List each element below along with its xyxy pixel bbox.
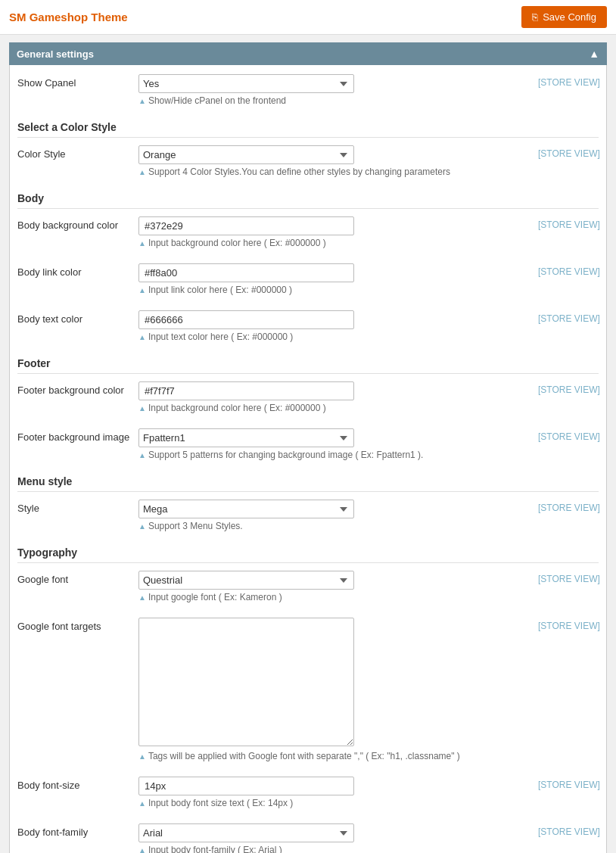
menu-style-control: Mega Default Vertical ▲ Support 3 Menu S… xyxy=(138,500,530,531)
body-font-size-input[interactable] xyxy=(138,777,354,795)
hint-arrow-icon: ▲ xyxy=(138,333,146,341)
google-font-targets-hint: ▲ Tags will be applied with Google font … xyxy=(138,751,530,761)
menu-style-label: Style xyxy=(17,500,138,514)
show-cpanel-hint: ▲ Show/Hide cPanel on the frontend xyxy=(138,95,530,106)
footer-bg-image-row: Footer background image Fpattern1 Fpatte… xyxy=(17,428,599,465)
footer-bg-image-control: Fpattern1 Fpattern2 Fpattern3 Fpattern4 … xyxy=(138,428,530,460)
body-bg-color-row: Body background color ▲ Input background… xyxy=(17,216,599,253)
hint-arrow-icon: ▲ xyxy=(138,522,146,531)
body-font-family-hint-text: Input body font-family ( Ex: Arial ) xyxy=(148,845,282,853)
collapse-icon[interactable]: ▲ xyxy=(589,48,599,60)
show-cpanel-store-view: [STORE VIEW] xyxy=(530,74,599,88)
body-text-color-input[interactable] xyxy=(138,310,354,329)
google-font-targets-label: Google font targets xyxy=(17,618,138,632)
hint-arrow-icon: ▲ xyxy=(138,846,146,853)
body-bg-color-hint: ▲ Input background color here ( Ex: #000… xyxy=(138,238,530,248)
google-font-hint: ▲ Input google font ( Ex: Kameron ) xyxy=(138,592,530,602)
body-font-family-label: Body font-family xyxy=(17,823,138,838)
google-font-control: Questrial Roboto Open Sans Lato ▲ Input … xyxy=(138,571,530,602)
body-link-color-store-view: [STORE VIEW] xyxy=(530,263,599,277)
google-font-targets-row: Google font targets ▲ Tags will be appli… xyxy=(17,618,599,766)
body-font-size-row: Body font-size ▲ Input body font size te… xyxy=(17,777,599,813)
body-font-family-hint: ▲ Input body font-family ( Ex: Arial ) xyxy=(138,845,530,853)
footer-bg-image-select[interactable]: Fpattern1 Fpattern2 Fpattern3 Fpattern4 … xyxy=(138,428,354,447)
footer-bg-color-hint-text: Input background color here ( Ex: #00000… xyxy=(148,403,326,413)
body-font-size-control: ▲ Input body font size text ( Ex: 14px ) xyxy=(138,777,530,808)
body-text-color-row: Body text color ▲ Input text color here … xyxy=(17,310,599,347)
app-title: SM Gameshop Theme xyxy=(9,11,128,23)
body-bg-color-label: Body background color xyxy=(17,216,138,231)
google-font-hint-text: Input google font ( Ex: Kameron ) xyxy=(148,592,282,602)
body-link-color-row: Body link color ▲ Input link color here … xyxy=(17,263,599,300)
color-style-label: Color Style xyxy=(17,145,138,160)
show-cpanel-hint-text: Show/Hide cPanel on the frontend xyxy=(148,95,286,106)
body-font-family-control: Arial Verdana Tahoma Georgia Times New R… xyxy=(138,823,530,853)
body-text-color-control: ▲ Input text color here ( Ex: #000000 ) xyxy=(138,310,530,342)
menu-style-row: Style Mega Default Vertical ▲ Support 3 … xyxy=(17,500,599,536)
body-bg-color-hint-text: Input background color here ( Ex: #00000… xyxy=(148,238,326,248)
menu-style-hint: ▲ Support 3 Menu Styles. xyxy=(138,521,530,531)
body-link-color-label: Body link color xyxy=(17,263,138,278)
body-section-title: Body xyxy=(17,192,599,209)
general-settings-section: General settings ▲ Show Cpanel Yes No ▲ … xyxy=(9,42,607,853)
main-content: General settings ▲ Show Cpanel Yes No ▲ … xyxy=(0,35,616,853)
top-header: SM Gameshop Theme ⎘ Save Config xyxy=(0,0,616,35)
color-style-row: Color Style Orange Blue Green Red ▲ Supp… xyxy=(17,145,599,182)
color-style-hint: ▲ Support 4 Color Styles.You can define … xyxy=(138,167,530,177)
menu-style-hint-text: Support 3 Menu Styles. xyxy=(148,521,243,531)
save-config-label: Save Config xyxy=(543,11,596,23)
google-font-targets-textarea[interactable] xyxy=(138,618,354,746)
show-cpanel-label: Show Cpanel xyxy=(17,74,138,89)
body-bg-color-input[interactable] xyxy=(138,216,354,235)
footer-bg-color-store-view: [STORE VIEW] xyxy=(530,381,599,395)
color-style-select[interactable]: Orange Blue Green Red xyxy=(138,145,354,164)
body-link-color-control: ▲ Input link color here ( Ex: #000000 ) xyxy=(138,263,530,295)
menu-style-select[interactable]: Mega Default Vertical xyxy=(138,500,354,518)
show-cpanel-control: Yes No ▲ Show/Hide cPanel on the fronten… xyxy=(138,74,530,106)
google-font-targets-hint-text: Tags will be applied with Google font wi… xyxy=(148,751,460,761)
section-body: Show Cpanel Yes No ▲ Show/Hide cPanel on… xyxy=(9,65,607,853)
color-style-control: Orange Blue Green Red ▲ Support 4 Color … xyxy=(138,145,530,177)
hint-arrow-icon: ▲ xyxy=(138,752,146,761)
typography-section-title: Typography xyxy=(17,546,599,563)
google-font-label: Google font xyxy=(17,571,138,585)
google-font-store-view: [STORE VIEW] xyxy=(530,571,599,584)
show-cpanel-select[interactable]: Yes No xyxy=(138,74,354,93)
footer-section-title: Footer xyxy=(17,357,599,374)
body-link-color-input[interactable] xyxy=(138,263,354,282)
footer-bg-image-store-view: [STORE VIEW] xyxy=(530,428,599,442)
color-style-store-view: [STORE VIEW] xyxy=(530,145,599,159)
hint-arrow-icon: ▲ xyxy=(138,239,146,247)
body-font-size-hint-text: Input body font size text ( Ex: 14px ) xyxy=(148,798,293,808)
body-font-family-store-view: [STORE VIEW] xyxy=(530,823,599,837)
color-style-section-title: Select a Color Style xyxy=(17,121,599,138)
hint-arrow-icon: ▲ xyxy=(138,97,146,105)
google-font-targets-control: ▲ Tags will be applied with Google font … xyxy=(138,618,530,761)
body-text-color-store-view: [STORE VIEW] xyxy=(530,310,599,324)
hint-arrow-icon: ▲ xyxy=(138,404,146,412)
body-link-color-hint: ▲ Input link color here ( Ex: #000000 ) xyxy=(138,285,530,295)
footer-bg-color-row: Footer background color ▲ Input backgrou… xyxy=(17,381,599,418)
footer-bg-color-input[interactable] xyxy=(138,381,354,400)
body-bg-color-store-view: [STORE VIEW] xyxy=(530,216,599,230)
google-font-select[interactable]: Questrial Roboto Open Sans Lato xyxy=(138,571,354,590)
hint-arrow-icon: ▲ xyxy=(138,286,146,294)
body-font-size-label: Body font-size xyxy=(17,777,138,791)
body-font-family-select[interactable]: Arial Verdana Tahoma Georgia Times New R… xyxy=(138,823,354,842)
save-config-button[interactable]: ⎘ Save Config xyxy=(521,6,607,28)
show-cpanel-row: Show Cpanel Yes No ▲ Show/Hide cPanel on… xyxy=(17,74,599,111)
color-style-hint-text: Support 4 Color Styles.You can define ot… xyxy=(148,167,450,177)
body-font-size-store-view: [STORE VIEW] xyxy=(530,777,599,790)
hint-arrow-icon: ▲ xyxy=(138,799,146,808)
hint-arrow-icon: ▲ xyxy=(138,168,146,176)
section-title: General settings xyxy=(17,48,94,60)
footer-bg-image-hint: ▲ Support 5 patterns for changing backgr… xyxy=(138,450,530,460)
save-icon: ⎘ xyxy=(532,11,538,23)
body-text-color-hint: ▲ Input text color here ( Ex: #000000 ) xyxy=(138,332,530,342)
menu-style-section-title: Menu style xyxy=(17,475,599,492)
footer-bg-image-label: Footer background image xyxy=(17,428,138,443)
body-link-color-hint-text: Input link color here ( Ex: #000000 ) xyxy=(148,285,292,295)
hint-arrow-icon: ▲ xyxy=(138,451,146,459)
body-font-family-row: Body font-family Arial Verdana Tahoma Ge… xyxy=(17,823,599,853)
google-font-row: Google font Questrial Roboto Open Sans L… xyxy=(17,571,599,607)
